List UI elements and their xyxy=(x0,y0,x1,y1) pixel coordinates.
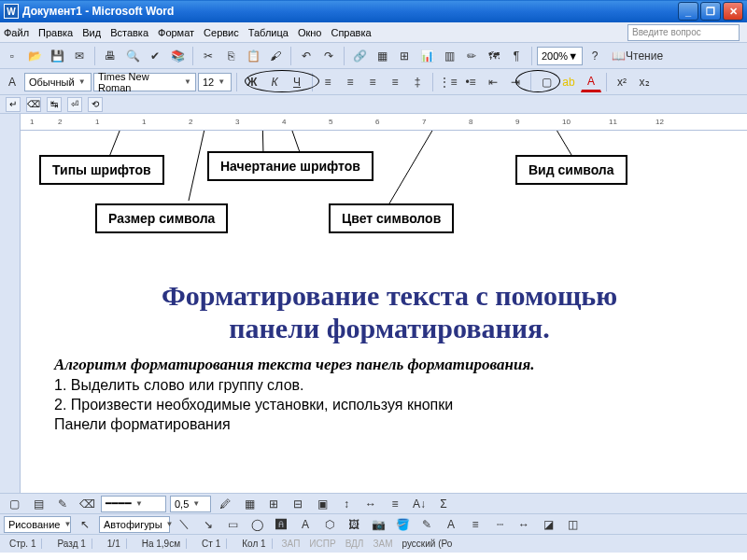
decrease-indent-button[interactable]: ⇤ xyxy=(483,72,503,92)
read-mode-button[interactable]: 📖 Чтение xyxy=(607,46,668,66)
vertical-ruler[interactable] xyxy=(0,131,21,493)
new-doc-button[interactable]: ▫ xyxy=(2,46,22,66)
textbox-button[interactable]: 🅰 xyxy=(271,514,291,535)
underline-button[interactable]: Ч xyxy=(287,72,307,92)
clipart-button[interactable]: 🖼 xyxy=(344,514,364,535)
subscript-button[interactable]: x₂ xyxy=(634,72,655,92)
tb-btn-10[interactable]: ↕ xyxy=(336,494,357,514)
line-weight-combo[interactable]: 0,5▼ xyxy=(170,496,211,512)
font-color-button[interactable]: A xyxy=(581,72,601,92)
borders-button[interactable]: ▢ xyxy=(536,72,557,92)
horizontal-ruler[interactable]: 1 2 1 1 2 3 4 5 6 7 8 9 10 11 12 xyxy=(21,114,747,131)
font-combo[interactable]: Times New Roman▼ xyxy=(93,73,196,91)
excel-button[interactable]: 📊 xyxy=(416,46,437,66)
diagram-button[interactable]: ⬡ xyxy=(319,514,340,535)
research-button[interactable]: 📚 xyxy=(167,46,188,66)
rect-button[interactable]: ▭ xyxy=(222,514,243,535)
help-search-input[interactable]: Введите вопрос xyxy=(627,24,740,41)
maximize-button[interactable]: ❐ xyxy=(700,2,721,21)
menu-view[interactable]: Вид xyxy=(82,27,101,38)
tb-btn-2[interactable]: ▤ xyxy=(28,494,49,514)
preview-button[interactable]: 🔍 xyxy=(122,46,143,66)
menu-tools[interactable]: Сервис xyxy=(204,27,239,38)
menu-table[interactable]: Таблица xyxy=(248,27,289,38)
spell-button[interactable]: ✔ xyxy=(145,46,165,66)
tb-btn-12[interactable]: ≡ xyxy=(385,494,405,514)
shadow-button[interactable]: ◪ xyxy=(538,514,558,535)
save-button[interactable]: 💾 xyxy=(47,46,67,66)
tiny-btn-2[interactable]: ⌫ xyxy=(26,97,41,112)
arrow-button[interactable]: ↘ xyxy=(198,514,218,535)
columns-button[interactable]: ▥ xyxy=(439,46,459,66)
menu-help[interactable]: Справка xyxy=(331,27,371,38)
fontcolor-button[interactable]: A xyxy=(441,514,461,535)
align-right-button[interactable]: ≡ xyxy=(362,72,383,92)
tb-btn-6[interactable]: ▦ xyxy=(239,494,260,514)
cut-button[interactable]: ✂ xyxy=(198,46,218,66)
open-button[interactable]: 📂 xyxy=(24,46,45,66)
styles-button[interactable]: A xyxy=(2,72,22,92)
line-button[interactable]: ＼ xyxy=(174,514,194,535)
docmap-button[interactable]: 🗺 xyxy=(484,46,504,66)
line-style-combo[interactable]: ━━━━▼ xyxy=(101,496,166,512)
help-button[interactable]: ? xyxy=(585,46,605,66)
tb-btn-14[interactable]: Σ xyxy=(433,494,454,514)
tiny-btn-3[interactable]: ↹ xyxy=(47,97,62,112)
style-combo[interactable]: Обычный▼ xyxy=(24,73,92,91)
dashstyle-button[interactable]: ┄ xyxy=(489,514,510,535)
document-page[interactable]: Типы шрифтов Начертание шрифтов Вид симв… xyxy=(21,131,747,493)
copy-button[interactable]: ⎘ xyxy=(220,46,241,66)
font-size-combo[interactable]: 12▼ xyxy=(198,73,232,91)
mail-button[interactable]: ✉ xyxy=(69,46,90,66)
drawing-button[interactable]: ✏ xyxy=(461,46,482,66)
autoshapes-menu[interactable]: Автофигуры▼ xyxy=(99,516,170,533)
menu-file[interactable]: Файл xyxy=(4,27,29,38)
linecolor-button[interactable]: ✎ xyxy=(416,514,437,535)
tb-btn-8[interactable]: ⊟ xyxy=(288,494,308,514)
3d-button[interactable]: ◫ xyxy=(562,514,583,535)
tiny-btn-4[interactable]: ⏎ xyxy=(67,97,82,112)
minimize-button[interactable]: _ xyxy=(678,2,698,21)
menu-edit[interactable]: Правка xyxy=(38,27,73,38)
bold-button[interactable]: Ж xyxy=(242,72,262,92)
align-center-button[interactable]: ≡ xyxy=(340,72,360,92)
tiny-btn-1[interactable]: ↵ xyxy=(6,97,21,112)
tb-btn-9[interactable]: ▣ xyxy=(312,494,332,514)
tb-btn-4[interactable]: ⌫ xyxy=(77,494,97,514)
menu-insert[interactable]: Вставка xyxy=(110,27,148,38)
linestyle-button[interactable]: ≡ xyxy=(465,514,486,535)
highlight-button[interactable]: ab xyxy=(558,72,579,92)
print-button[interactable]: 🖶 xyxy=(100,46,120,66)
select-button[interactable]: ↖ xyxy=(75,514,95,535)
undo-button[interactable]: ↶ xyxy=(296,46,317,66)
drawing-menu[interactable]: Рисование▼ xyxy=(4,516,71,533)
insert-table-button[interactable]: ⊞ xyxy=(394,46,415,66)
bullets-button[interactable]: •≡ xyxy=(460,72,481,92)
oval-button[interactable]: ◯ xyxy=(247,514,267,535)
format-painter-button[interactable]: 🖌 xyxy=(265,46,286,66)
italic-button[interactable]: К xyxy=(264,72,285,92)
superscript-button[interactable]: x² xyxy=(612,72,632,92)
tb-btn-1[interactable]: ▢ xyxy=(4,494,24,514)
menu-format[interactable]: Формат xyxy=(158,27,194,38)
redo-button[interactable]: ↷ xyxy=(318,46,339,66)
arrowstyle-button[interactable]: ↔ xyxy=(514,514,534,535)
paste-button[interactable]: 📋 xyxy=(243,46,263,66)
align-left-button[interactable]: ≡ xyxy=(317,72,338,92)
tables-button[interactable]: ▦ xyxy=(372,46,392,66)
tb-btn-3[interactable]: ✎ xyxy=(52,494,73,514)
zoom-combo[interactable]: 200%▼ xyxy=(537,47,583,65)
hyperlink-button[interactable]: 🔗 xyxy=(349,46,370,66)
menu-window[interactable]: Окно xyxy=(298,27,322,38)
wordart-button[interactable]: A xyxy=(295,514,316,535)
show-marks-button[interactable]: ¶ xyxy=(506,46,527,66)
tb-btn-11[interactable]: ↔ xyxy=(360,494,381,514)
tb-btn-5[interactable]: 🖉 xyxy=(215,494,235,514)
tiny-btn-5[interactable]: ⟲ xyxy=(88,97,103,112)
increase-indent-button[interactable]: ⇥ xyxy=(505,72,526,92)
justify-button[interactable]: ≡ xyxy=(385,72,405,92)
line-spacing-button[interactable]: ‡ xyxy=(407,72,428,92)
fill-button[interactable]: 🪣 xyxy=(392,514,413,535)
numbering-button[interactable]: ⋮≡ xyxy=(438,72,458,92)
tb-btn-13[interactable]: A↓ xyxy=(409,494,430,514)
